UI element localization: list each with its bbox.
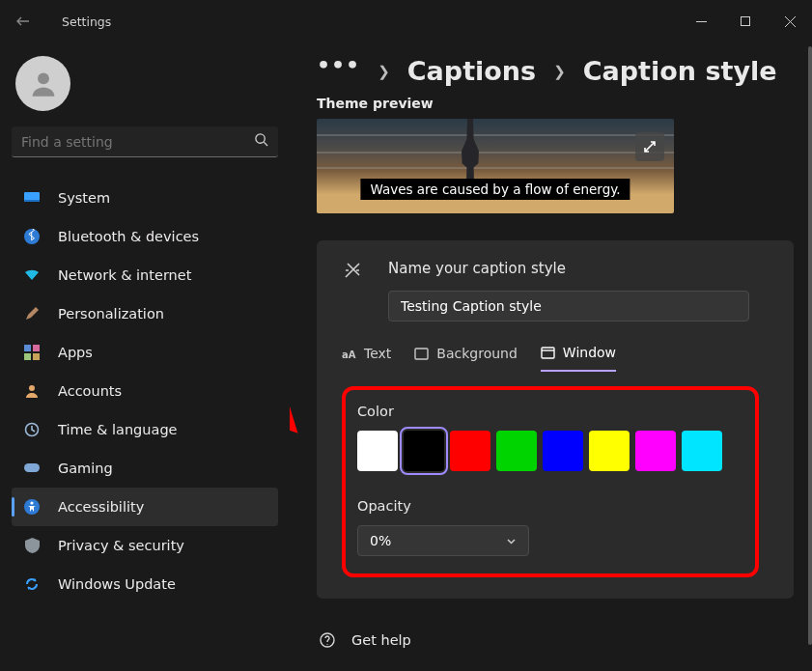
wifi-icon [23,266,41,284]
paintbrush-icon [23,305,41,322]
opacity-dropdown[interactable]: 0% [357,525,529,556]
tab-background[interactable]: Background [414,345,518,372]
nav-label: System [58,190,110,206]
color-swatch[interactable] [496,431,537,471]
gamepad-icon [23,460,41,477]
svg-point-26 [326,644,327,645]
chevron-right-icon: ❯ [378,63,390,80]
sidebar-item-accessibility[interactable]: Accessibility [12,488,278,526]
close-button[interactable] [768,6,812,37]
nav-label: Personalization [58,306,164,322]
content: ••• ❯ Captions ❯ Caption style Theme pre… [290,42,812,671]
svg-line-20 [290,322,293,428]
sidebar-item-bluetooth[interactable]: Bluetooth & devices [12,217,278,256]
tab-window[interactable]: Window [541,345,616,372]
sidebar-item-gaming[interactable]: Gaming [12,449,278,488]
svg-rect-10 [24,345,31,351]
background-icon [414,348,429,360]
breadcrumb-captions[interactable]: Captions [407,56,536,86]
design-icon [342,260,363,285]
chevron-down-icon [506,536,517,546]
color-swatch[interactable] [357,431,398,471]
monitor-icon [23,189,41,207]
account-icon [23,382,41,400]
nav-label: Accessibility [58,499,144,515]
expand-preview-button[interactable] [635,132,664,161]
color-swatch[interactable] [682,431,722,471]
expand-icon [643,140,657,154]
sidebar-item-accounts[interactable]: Accounts [12,372,278,410]
user-icon [27,68,60,100]
annotation-arrow [290,317,312,442]
user-avatar[interactable] [15,56,70,111]
window-controls [679,6,812,37]
breadcrumb-caption-style: Caption style [583,56,777,86]
minimize-button[interactable] [679,6,723,37]
theme-preview: Waves are caused by a flow of energy. [317,119,674,213]
sidebar-item-system[interactable]: System [12,179,278,217]
tab-label: Background [436,346,518,361]
nav-label: Gaming [58,461,113,476]
nav-label: Apps [58,345,93,360]
close-icon [785,16,796,27]
window-icon [541,347,555,359]
nav-label: Network & internet [58,267,191,283]
color-swatches [357,431,743,471]
color-swatch[interactable] [404,431,444,471]
update-icon [23,575,41,593]
opacity-value: 0% [370,533,391,548]
svg-rect-13 [33,353,40,360]
caption-tabs: aA Text Background Window [342,345,769,373]
svg-rect-1 [742,17,750,26]
nav-label: Bluetooth & devices [58,229,199,244]
vertical-scrollbar[interactable] [808,46,812,645]
annotation-highlight-box: Color Opacity 0% [342,386,759,577]
sidebar-item-windows-update[interactable]: Windows Update [12,565,278,603]
apps-icon [23,344,41,361]
accessibility-icon [23,498,41,516]
color-swatch[interactable] [635,431,676,471]
nav-label: Accounts [58,383,122,399]
app-title: Settings [62,14,111,29]
minimize-icon [696,16,707,27]
name-style-label: Name your caption style [388,260,769,277]
bluetooth-icon [23,228,41,245]
sidebar-item-network[interactable]: Network & internet [12,256,278,294]
titlebar: Settings [0,0,812,42]
svg-rect-8 [24,200,40,202]
maximize-button[interactable] [723,6,768,37]
sidebar-item-apps[interactable]: Apps [12,333,278,372]
back-arrow-icon [15,14,31,29]
shield-icon [23,537,41,554]
color-swatch[interactable] [450,431,490,471]
titlebar-left: Settings [4,2,111,41]
svg-line-6 [264,142,267,146]
svg-point-5 [256,134,265,143]
caption-style-name-input[interactable] [388,291,749,322]
search-icon [254,132,268,151]
caption-style-card: Name your caption style aA Text Backgrou… [317,240,794,599]
clock-icon [23,421,41,438]
svg-point-4 [38,72,49,84]
search-input-wrap[interactable] [12,126,278,157]
color-swatch[interactable] [589,431,630,471]
sidebar-item-personalization[interactable]: Personalization [12,294,278,333]
tab-text[interactable]: aA Text [342,345,391,372]
back-button[interactable] [4,2,42,41]
svg-rect-11 [33,345,40,351]
breadcrumb: ••• ❯ Captions ❯ Caption style [317,56,802,86]
sidebar-item-time-language[interactable]: Time & language [12,410,278,449]
text-icon: aA [342,348,356,360]
svg-rect-16 [24,463,40,472]
svg-rect-22 [415,349,428,359]
color-label: Color [357,404,743,419]
help-label: Get help [351,632,411,648]
color-swatch[interactable] [543,431,583,471]
sidebar-item-privacy[interactable]: Privacy & security [12,526,278,565]
svg-rect-12 [24,353,31,360]
nav-label: Privacy & security [58,538,184,553]
theme-preview-label: Theme preview [317,96,802,111]
get-help-link[interactable]: Get help [319,631,802,649]
svg-rect-23 [542,348,554,358]
search-input[interactable] [21,134,254,150]
